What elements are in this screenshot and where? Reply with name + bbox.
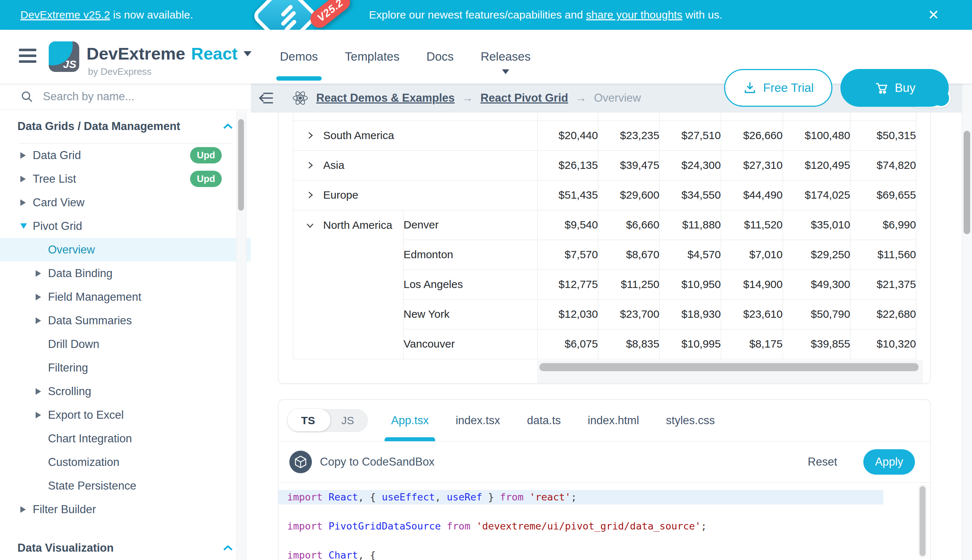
sidebar-item-data-summaries[interactable]: Data Summaries xyxy=(0,309,251,332)
pivot-cut-cell xyxy=(598,113,660,120)
hamburger-menu-icon[interactable] xyxy=(19,49,37,65)
pivot-hscroll-thumb[interactable] xyxy=(539,363,918,371)
sidebar-item-label: Data Grid xyxy=(33,149,81,162)
banner-close-icon[interactable]: ✕ xyxy=(928,0,939,30)
sidebar-item-scrolling[interactable]: Scrolling xyxy=(0,380,251,403)
code-scrollbar-thumb[interactable] xyxy=(920,486,925,556)
collapse-row-icon[interactable] xyxy=(305,220,315,230)
pivot-region-cell[interactable]: Asia xyxy=(293,150,538,180)
sidebar-scrollbar-thumb[interactable] xyxy=(238,119,244,211)
sidebar-item-tree-list[interactable]: Tree ListUpd xyxy=(0,167,251,191)
copy-to-codesandbox-label[interactable]: Copy to CodeSandBox xyxy=(320,455,434,468)
platform-dropdown-caret-icon[interactable] xyxy=(244,51,251,60)
sidebar-item-data-grid[interactable]: Data GridUpd xyxy=(0,143,251,167)
main-nav: DemosTemplatesDocsReleases xyxy=(280,30,531,83)
pivot-region-label: Asia xyxy=(323,159,344,172)
pivot-region-cell[interactable]: South America xyxy=(293,120,538,150)
sidebar-item-data-binding[interactable]: Data Binding xyxy=(0,262,251,285)
pivot-value-cell: $34,550 xyxy=(660,180,721,210)
pivot-value-cell: $29,250 xyxy=(783,240,851,270)
sidebar-item-overview[interactable]: Overview xyxy=(0,238,251,262)
lang-option-ts[interactable]: TS xyxy=(288,414,328,427)
expand-row-icon[interactable] xyxy=(305,190,315,200)
pivot-region-row: Europe$51,435$29,600$34,550$44,490$174,0… xyxy=(293,180,917,210)
breadcrumb-react-pivot-grid[interactable]: React Pivot Grid xyxy=(480,92,568,105)
nav-item-releases[interactable]: Releases xyxy=(480,30,531,83)
nav-item-demos[interactable]: Demos xyxy=(280,30,318,83)
codesandbox-icon[interactable] xyxy=(289,451,312,473)
sidebar-item-filter-builder[interactable]: Filter Builder xyxy=(0,498,251,521)
code-actions-row: Copy to CodeSandBox Reset Apply xyxy=(278,442,930,483)
sidebar-item-label: State Persistence xyxy=(48,479,136,492)
pivot-cut-cell xyxy=(783,113,851,120)
devextreme-js-logo[interactable]: JS xyxy=(49,42,79,72)
sidebar-item-chart-integration[interactable]: Chart Integration xyxy=(0,427,251,450)
sidebar-item-pivot-grid[interactable]: Pivot Grid xyxy=(0,214,251,238)
nav-item-templates[interactable]: Templates xyxy=(345,30,400,83)
pivot-region-cell[interactable]: Europe xyxy=(293,180,538,210)
pivot-value-cell: $14,900 xyxy=(721,270,783,299)
pivot-cut-label-cell xyxy=(293,113,538,120)
free-trial-button[interactable]: Free Trial xyxy=(724,69,832,107)
file-tab-data-ts[interactable]: data.ts xyxy=(527,400,561,441)
banner-left-rest: is now available. xyxy=(110,9,193,21)
page-scrollbar-thumb[interactable] xyxy=(964,131,970,234)
brand-title[interactable]: DevExtreme React xyxy=(87,43,251,63)
share-thoughts-link[interactable]: share your thoughts xyxy=(586,9,682,21)
reset-button[interactable]: Reset xyxy=(808,455,837,468)
sidebar-item-field-management[interactable]: Field Management xyxy=(0,285,251,309)
banner-center-text: Explore our newest features/capabilities… xyxy=(369,0,722,30)
apply-button[interactable]: Apply xyxy=(863,449,915,475)
pivot-region-row: Asia$26,135$39,475$24,300$27,310$120,495… xyxy=(293,150,917,180)
lang-toggle[interactable]: TSJS xyxy=(288,409,368,432)
pivot-value-cell: $26,660 xyxy=(721,120,783,150)
sidebar-item-state-persistence[interactable]: State Persistence xyxy=(0,474,251,498)
file-tab-index-tsx[interactable]: index.tsx xyxy=(455,400,500,441)
pivot-value-cell: $11,880 xyxy=(660,210,721,240)
chevron-right-icon xyxy=(36,388,48,395)
pivot-region-row: South America$20,440$23,235$27,510$26,66… xyxy=(293,120,917,150)
buy-button[interactable]: Buy xyxy=(840,69,949,107)
chevron-right-icon xyxy=(20,199,33,206)
chevron-up-icon xyxy=(223,122,233,130)
pivot-value-cell: $8,175 xyxy=(721,329,783,359)
lang-option-js[interactable]: JS xyxy=(328,414,368,427)
pivot-value-cell: $100,480 xyxy=(783,120,851,150)
sidebar-section-data-visualization[interactable]: Data Visualization xyxy=(0,531,251,560)
sidebar-section-data-grids-data-management[interactable]: Data Grids / Data Management xyxy=(0,110,251,143)
expand-row-icon[interactable] xyxy=(305,130,315,140)
file-tab-styles-css[interactable]: styles.css xyxy=(666,400,714,441)
breadcrumb-separator: → xyxy=(462,92,473,105)
sidebar-item-label: Export to Excel xyxy=(48,408,124,422)
pivot-value-cell: $23,700 xyxy=(598,299,660,329)
pivot-value-cell: $27,310 xyxy=(721,150,783,180)
pivot-value-cell: $4,570 xyxy=(660,240,721,270)
banner-version-link[interactable]: DevExtreme v25.2 xyxy=(20,9,110,21)
upd-badge: Upd xyxy=(190,171,222,187)
code-blank-line xyxy=(278,505,930,519)
breadcrumb-react-demos-examples[interactable]: React Demos & Examples xyxy=(316,92,455,105)
devextreme-logo-graphic: V25.2 xyxy=(233,0,353,30)
sidebar-item-card-view[interactable]: Card View xyxy=(0,191,251,214)
sidebar-nav-list: Data Grids / Data ManagementData GridUpd… xyxy=(0,110,251,560)
chevron-right-icon xyxy=(36,412,48,418)
search-input[interactable] xyxy=(42,90,200,103)
code-editor[interactable]: import React, { useEffect, useRef } from… xyxy=(278,483,930,560)
sidebar-item-customization[interactable]: Customization xyxy=(0,450,251,474)
file-tab-index-html[interactable]: index.html xyxy=(588,400,639,441)
nav-item-docs[interactable]: Docs xyxy=(427,30,453,83)
sidebar-item-export-to-excel[interactable]: Export to Excel xyxy=(0,403,251,427)
file-tab-app-tsx[interactable]: App.tsx xyxy=(391,400,428,441)
logo-diamond-icon xyxy=(251,0,319,30)
sidebar-item-drill-down[interactable]: Drill Down xyxy=(0,332,251,356)
sidebar-item-label: Filter Builder xyxy=(33,503,96,516)
sidebar-collapse-icon[interactable] xyxy=(256,89,275,107)
pivot-value-cell: $44,490 xyxy=(721,180,783,210)
pivot-region-cell[interactable]: North America xyxy=(293,210,403,359)
pivot-value-cell: $26,135 xyxy=(538,150,598,180)
expand-row-icon[interactable] xyxy=(305,160,315,170)
sidebar-item-label: Tree List xyxy=(33,173,76,186)
breadcrumb-separator: → xyxy=(576,92,587,105)
sidebar-item-filtering[interactable]: Filtering xyxy=(0,356,251,380)
pivot-city-row: North AmericaDenver$9,540$6,660$11,880$1… xyxy=(293,210,917,240)
